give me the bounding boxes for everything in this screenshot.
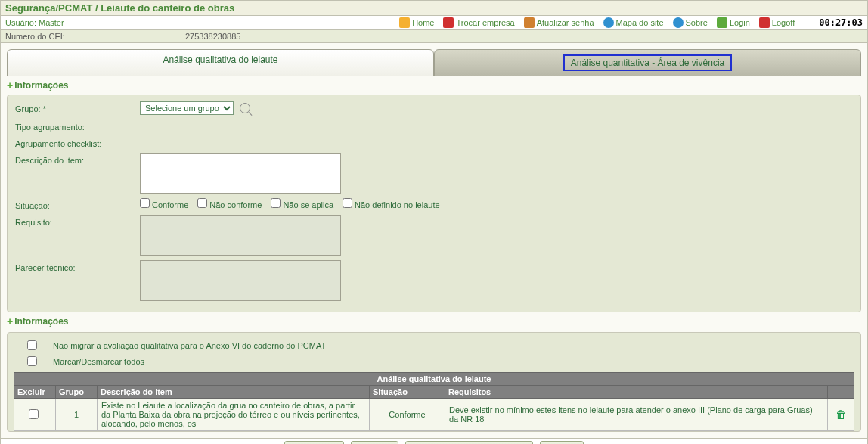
trash-icon[interactable]: 🗑 [835,408,846,421]
textarea-descricao[interactable] [140,153,341,194]
section-informacoes-1: + Informações [7,79,861,92]
help-icon [673,17,684,28]
footer-buttons: Confirmar Excluir Carregar leiaute do Ca… [0,439,868,444]
key-icon [524,17,535,28]
textarea-requisito[interactable] [140,215,341,256]
row-requisitos: Deve existir no mínimo estes itens no le… [445,399,828,431]
label-descricao-item: Descrição do item: [15,153,140,165]
btn-excluir[interactable]: Excluir [351,441,398,444]
chk-nao-migrar[interactable] [27,340,37,350]
nav-login[interactable]: Login [717,17,750,28]
user-label: Usuário: Master [5,18,64,27]
col-excluir: Excluir [14,386,56,399]
swap-icon [443,17,454,28]
chk-marcar-todos[interactable] [27,356,37,366]
label-nao-migrar: Não migrar a avaliação qualitativa para … [53,341,326,350]
chk-nao-definido[interactable]: Não definido no leiaute [343,198,440,210]
label-tipo-agrupamento: Tipo agrupamento: [15,120,140,132]
nav-trocar-empresa[interactable]: Trocar empresa [443,17,514,28]
form-panel: Grupo: * Selecione um grupo Tipo agrupam… [7,95,861,312]
breadcrumb: Segurança/PCMAT / Leiaute do canteiro de… [0,0,868,15]
globe-icon [603,17,614,28]
col-descricao: Descrição do item [98,386,370,399]
plus-icon[interactable]: + [7,79,13,92]
tab-row: Análise qualitativa do leiaute Análise q… [7,49,861,76]
textarea-parecer[interactable] [140,260,341,301]
section-informacoes-2: + Informações [7,315,861,328]
chk-conforme[interactable]: Conforme [140,198,188,210]
col-requisitos: Requisitos [445,386,828,399]
top-nav: Home Trocar empresa Atualizar senha Mapa… [399,17,863,28]
label-situacao: Situação: [15,198,140,210]
label-marcar-todos: Marcar/Desmarcar todos [53,357,144,366]
btn-voltar[interactable]: Voltar [540,441,584,444]
tab-quantitativa[interactable]: Análise quantitativa - Área de vivência [434,49,861,76]
table-title: Análise qualitativa do leiaute [14,373,854,386]
nav-logoff[interactable]: Logoff [759,17,795,28]
chk-nao-conforme[interactable]: Não conforme [197,198,262,210]
label-requisito: Requisito: [15,215,140,227]
row-excluir-checkbox[interactable] [29,409,39,419]
home-icon [399,17,410,28]
col-situacao: Situação [370,386,445,399]
col-grupo: Grupo [56,386,98,399]
tab-quantitativa-label: Análise quantitativa - Área de vivência [563,54,732,71]
row-grupo: 1 [56,399,98,431]
row-descricao: Existe no Leiaute a localização da grua … [98,399,370,431]
cei-value: 275338230885 [185,32,240,41]
search-icon[interactable] [240,103,250,113]
nav-atualizar-senha[interactable]: Atualizar senha [524,17,594,28]
btn-confirmar[interactable]: Confirmar [284,441,343,444]
select-grupo[interactable]: Selecione um grupo [140,101,234,115]
label-agrupamento-checklist: Agrupamento checklist: [15,136,140,148]
top-bar: Usuário: Master Home Trocar empresa Atua… [0,15,868,30]
table-row: 1 Existe no Leiaute a localização da gru… [14,399,854,431]
logoff-icon [759,17,770,28]
login-icon [717,17,727,28]
cei-label: Numero do CEI: [5,32,87,41]
clock: 00:27:03 [819,17,863,28]
nav-sobre[interactable]: Sobre [673,17,708,28]
nav-home[interactable]: Home [399,17,434,28]
btn-carregar[interactable]: Carregar leiaute do Canteiro [405,441,533,444]
row-situacao: Conforme [370,399,445,431]
col-action [828,386,854,399]
cei-row: Numero do CEI: 275338230885 [0,30,868,43]
label-grupo: Grupo: * [15,101,140,113]
list-panel: Não migrar a avaliação qualitativa para … [7,332,861,432]
label-parecer: Parecer técnico: [15,260,140,272]
nav-mapa[interactable]: Mapa do site [603,17,664,28]
plus-icon[interactable]: + [7,315,13,328]
chk-nao-aplica[interactable]: Não se aplica [271,198,333,210]
tab-qualitativa[interactable]: Análise qualitativa do leiaute [7,49,434,76]
qualitativa-table: Análise qualitativa do leiaute Excluir G… [14,372,854,431]
